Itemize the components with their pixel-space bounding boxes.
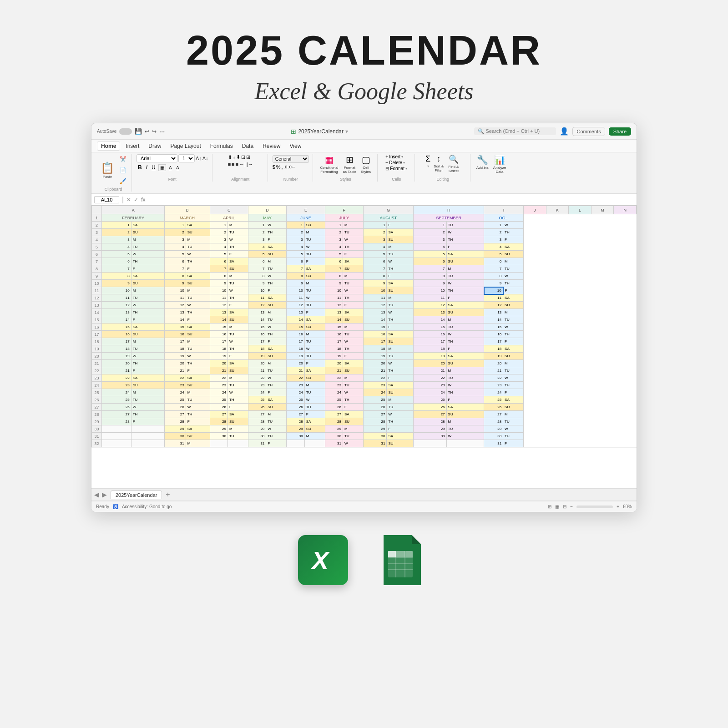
- list-item[interactable]: SA: [446, 404, 484, 411]
- list-item[interactable]: 16: [363, 331, 387, 338]
- list-item[interactable]: TH: [503, 382, 524, 389]
- list-item[interactable]: 16: [102, 331, 131, 338]
- list-item[interactable]: 16: [287, 331, 304, 338]
- list-item[interactable]: W: [266, 324, 287, 331]
- list-item[interactable]: 18: [102, 345, 131, 353]
- list-item[interactable]: TU: [186, 345, 210, 353]
- list-item[interactable]: 25: [363, 396, 387, 404]
- list-item[interactable]: 28: [363, 418, 387, 425]
- list-item[interactable]: W: [387, 258, 414, 265]
- list-item[interactable]: SU: [304, 425, 325, 433]
- list-item[interactable]: 15: [287, 324, 304, 331]
- list-item[interactable]: 23: [248, 382, 266, 389]
- list-item[interactable]: W: [304, 294, 325, 302]
- cell-styles-button[interactable]: CellStyles: [359, 166, 372, 175]
- list-item[interactable]: 3: [363, 236, 387, 243]
- list-item[interactable]: M: [446, 265, 484, 273]
- list-item[interactable]: TU: [503, 418, 524, 425]
- list-item[interactable]: 7: [414, 265, 446, 273]
- list-item[interactable]: 21: [102, 367, 131, 374]
- align-top-button[interactable]: ⬆: [228, 154, 232, 160]
- list-item[interactable]: 26: [484, 404, 503, 411]
- list-item[interactable]: TU: [387, 353, 414, 360]
- list-item[interactable]: SA: [186, 374, 210, 382]
- list-item[interactable]: SU: [446, 309, 484, 316]
- list-item[interactable]: SU: [503, 302, 524, 309]
- redo-icon[interactable]: ↪: [152, 128, 157, 135]
- list-item[interactable]: 17: [165, 338, 186, 345]
- list-item[interactable]: TU: [131, 294, 165, 302]
- cut-button[interactable]: ✂️: [118, 154, 128, 164]
- list-item[interactable]: F: [446, 294, 484, 302]
- list-item[interactable]: TU: [228, 280, 248, 287]
- list-item[interactable]: M: [304, 280, 325, 287]
- list-item[interactable]: TH: [446, 389, 484, 396]
- list-item[interactable]: 22: [414, 374, 446, 382]
- list-item[interactable]: F: [343, 251, 364, 258]
- list-item[interactable]: SU: [446, 258, 484, 265]
- list-item[interactable]: 23: [287, 382, 304, 389]
- save-icon[interactable]: 💾: [135, 128, 142, 135]
- list-item[interactable]: 21: [325, 367, 343, 374]
- list-item[interactable]: SU: [131, 331, 165, 338]
- list-item[interactable]: TU: [343, 331, 364, 338]
- border-button[interactable]: ▦: [158, 164, 166, 171]
- list-item[interactable]: 25: [325, 396, 343, 404]
- list-item[interactable]: 18: [325, 345, 343, 353]
- list-item[interactable]: 22: [363, 374, 387, 382]
- list-item[interactable]: TU: [186, 243, 210, 251]
- list-item[interactable]: 2: [165, 229, 186, 236]
- list-item[interactable]: 2: [248, 229, 266, 236]
- list-item[interactable]: TH: [131, 360, 165, 367]
- list-item[interactable]: SU: [186, 280, 210, 287]
- list-item[interactable]: W: [186, 302, 210, 309]
- list-item[interactable]: W: [186, 251, 210, 258]
- page-layout-icon[interactable]: ▦: [555, 504, 559, 509]
- list-item[interactable]: TH: [186, 360, 210, 367]
- list-item[interactable]: SU: [186, 331, 210, 338]
- list-item[interactable]: 17: [363, 338, 387, 345]
- list-item[interactable]: 3: [325, 236, 343, 243]
- list-item[interactable]: 26: [165, 404, 186, 411]
- list-item[interactable]: 16: [248, 331, 266, 338]
- list-item[interactable]: 31: [484, 440, 503, 447]
- list-item[interactable]: W: [304, 396, 325, 404]
- underline-button[interactable]: U: [150, 164, 157, 171]
- list-item[interactable]: 14: [414, 316, 446, 324]
- list-item[interactable]: TU: [343, 382, 364, 389]
- list-item[interactable]: SA: [503, 345, 524, 353]
- list-item[interactable]: 6: [248, 258, 266, 265]
- list-item[interactable]: 15: [102, 324, 131, 331]
- font-selector[interactable]: Arial: [136, 154, 177, 162]
- list-item[interactable]: TU: [228, 433, 248, 440]
- list-item[interactable]: W: [266, 222, 287, 229]
- menu-draw[interactable]: Draw: [145, 142, 165, 150]
- list-item[interactable]: SA: [228, 258, 248, 265]
- list-item[interactable]: TH: [446, 236, 484, 243]
- list-item[interactable]: 24: [210, 389, 228, 396]
- list-item[interactable]: 18: [165, 345, 186, 353]
- list-item[interactable]: 29: [248, 425, 266, 433]
- number-format-selector[interactable]: General: [273, 155, 309, 163]
- list-item[interactable]: F: [304, 309, 325, 316]
- col-H[interactable]: H: [414, 206, 484, 214]
- list-item[interactable]: TH: [503, 433, 524, 440]
- list-item[interactable]: 20: [165, 360, 186, 367]
- list-item[interactable]: 18: [363, 345, 387, 353]
- list-item[interactable]: W: [503, 425, 524, 433]
- dropdown-arrow[interactable]: ▾: [345, 128, 348, 135]
- profile-icon[interactable]: 👤: [560, 127, 569, 136]
- list-item[interactable]: SA: [343, 258, 364, 265]
- list-item[interactable]: SA: [503, 243, 524, 251]
- align-center-button[interactable]: ≡: [232, 162, 234, 167]
- list-item[interactable]: SU: [131, 382, 165, 389]
- list-item[interactable]: 25: [165, 396, 186, 404]
- list-item[interactable]: TH: [503, 229, 524, 236]
- cell-reference-input[interactable]: [94, 196, 119, 203]
- list-item[interactable]: [131, 440, 165, 447]
- list-item[interactable]: TH: [266, 280, 287, 287]
- list-item[interactable]: TH: [131, 309, 165, 316]
- list-item[interactable]: SA: [304, 265, 325, 273]
- autosave-toggle[interactable]: [119, 128, 132, 135]
- menu-view[interactable]: View: [286, 142, 305, 150]
